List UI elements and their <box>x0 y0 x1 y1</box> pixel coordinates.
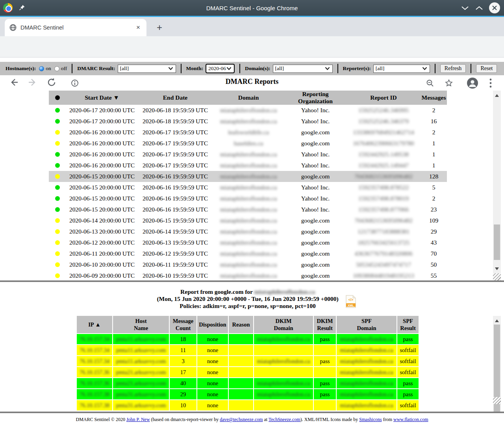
start-date-cell: 2020-06-15 20:00:00 UTC <box>66 171 138 182</box>
detail-column-header[interactable]: SPF Domain <box>337 316 397 333</box>
messages-cell: 1 <box>421 138 447 149</box>
domain-select[interactable]: [all] <box>273 65 333 73</box>
column-header[interactable]: Start Date ▼ <box>66 91 138 105</box>
window-maximize-button[interactable] <box>475 5 484 11</box>
new-tab-button[interactable]: + <box>154 22 165 33</box>
end-date-cell: 2020-06-15 19:59:59 UTC <box>138 215 213 226</box>
ip-cell: 76.10.157.38 <box>77 389 112 399</box>
report-row[interactable]: 2020-06-15 20:00:00 UTC2020-06-16 19:59:… <box>49 204 447 215</box>
start-date-cell: 2020-06-16 20:00:00 UTC <box>66 149 138 160</box>
scrollbar-thumb[interactable] <box>494 224 500 260</box>
status-cell <box>49 270 66 281</box>
end-date-cell: 2020-06-17 19:59:59 UTC <box>138 149 213 160</box>
detail-column-header[interactable]: SPF Result <box>397 316 419 333</box>
report-row[interactable]: 2020-06-11 20:00:00 UTC2020-06-12 19:59:… <box>49 248 447 259</box>
org-cell: google.com <box>284 237 346 248</box>
end-date-cell: 2020-06-14 19:59:59 UTC <box>138 226 213 237</box>
frame-resize-grip[interactable] <box>493 273 501 280</box>
column-header[interactable]: Messages <box>421 91 447 105</box>
hostname-off-radio[interactable] <box>54 66 59 71</box>
dkim-result-cell <box>314 400 336 410</box>
report-row[interactable]: 2020-06-17 20:00:00 UTC2020-06-18 19:59:… <box>49 116 447 127</box>
dmarc-result-select[interactable]: [all] <box>118 65 176 73</box>
tab-close-button[interactable]: × <box>135 24 142 32</box>
detail-heading-line2: (Mon, 15 Jun 2020 20:00:00 +0000 - Tue, … <box>0 295 495 302</box>
org-cell: google.com <box>284 215 346 226</box>
detail-column-header[interactable]: DKIM Domain <box>254 316 313 333</box>
messages-cell: 16 <box>421 116 447 127</box>
start-date-cell: 2020-06-15 20:00:00 UTC <box>66 204 138 215</box>
detail-column-header[interactable]: DKIM Result <box>314 316 336 333</box>
count-cell: 10 <box>170 400 196 410</box>
svg-text:XML: XML <box>348 304 354 307</box>
month-select[interactable]: 2020-06 <box>206 64 235 73</box>
reports-header-row: Start Date ▼End DateDomainReporting Orga… <box>49 91 447 105</box>
spf-result-cell: pass <box>397 334 419 344</box>
report-id-cell: 1592525246.346379 <box>346 116 421 127</box>
window-minimize-button[interactable] <box>461 5 469 11</box>
report-row[interactable]: 2020-06-15 20:00:00 UTC2020-06-16 19:59:… <box>49 193 447 204</box>
reason-cell <box>229 345 253 355</box>
column-header[interactable]: Report ID <box>346 91 421 105</box>
report-row[interactable]: 2020-06-16 20:00:00 UTC2020-06-17 19:59:… <box>49 127 447 138</box>
domain-cell: miataphileroflondon.ca <box>213 204 284 215</box>
report-id-cell: 1592357498.877066 <box>346 204 421 215</box>
scrollbar-up-button[interactable] <box>493 317 501 324</box>
report-row[interactable]: 2020-06-10 20:00:00 UTC2020-06-11 19:59:… <box>49 259 447 270</box>
reason-cell <box>229 356 253 366</box>
status-dot-yellow <box>55 141 60 146</box>
refresh-button[interactable]: Refresh <box>440 64 466 73</box>
report-row[interactable]: 2020-06-12 20:00:00 UTC2020-06-13 19:59:… <box>49 237 447 248</box>
report-row[interactable]: 2020-06-16 20:00:00 UTC2020-06-17 19:59:… <box>49 149 447 160</box>
report-row[interactable]: 2020-06-15 20:00:00 UTC2020-06-16 19:59:… <box>49 171 447 182</box>
host-cell: pmta11.arksavvy.com <box>113 356 169 366</box>
report-row[interactable]: 2020-06-17 20:00:00 UTC2020-06-18 19:59:… <box>49 105 447 116</box>
report-row[interactable]: 2020-06-13 20:00:00 UTC2020-06-14 19:59:… <box>49 226 447 237</box>
window-close-button[interactable] <box>489 2 500 13</box>
chevron-down-icon <box>168 67 173 70</box>
start-date-cell: 2020-06-15 20:00:00 UTC <box>66 182 138 193</box>
report-row[interactable]: 2020-06-14 20:00:00 UTC2020-06-15 19:59:… <box>49 215 447 226</box>
scrollbar-down-button[interactable] <box>493 265 501 272</box>
spf-result-cell: softfail <box>397 345 419 355</box>
hostname-on-radio[interactable] <box>39 66 44 71</box>
dkim-result-cell <box>314 367 336 377</box>
report-row[interactable]: 2020-06-15 20:00:00 UTC2020-06-16 19:59:… <box>49 182 447 193</box>
dkim-result-cell <box>314 345 336 355</box>
column-header[interactable]: End Date <box>138 91 213 105</box>
column-header[interactable]: Domain <box>213 91 284 105</box>
domain-cell: miataphileroflondon.ca <box>213 215 284 226</box>
report-row[interactable]: 2020-06-09 20:00:00 UTC2020-06-10 19:59:… <box>49 270 447 281</box>
footer-link[interactable]: John P. New <box>126 417 150 422</box>
detail-column-header[interactable]: Message Count <box>170 316 196 333</box>
detail-column-header[interactable]: Reason <box>229 316 253 333</box>
footer-link[interactable]: Smashicons <box>359 417 382 422</box>
detail-column-header[interactable]: Host Name <box>113 316 169 333</box>
footer-link[interactable]: dave@techsneeze.com <box>220 417 263 422</box>
column-header[interactable]: Reporting Organization <box>284 91 346 105</box>
dmarc-reports-table: Start Date ▼End DateDomainReporting Orga… <box>49 91 447 281</box>
scrollbar-up-button[interactable] <box>493 92 501 98</box>
domain-label: Domain(s): <box>245 65 271 72</box>
frame-divider[interactable] <box>0 412 504 413</box>
frame-resize-grip[interactable] <box>493 397 501 404</box>
status-cell <box>49 105 66 116</box>
report-row[interactable]: 2020-06-16 20:00:00 UTC2020-06-17 19:59:… <box>49 138 447 149</box>
start-date-cell: 2020-06-13 20:00:00 UTC <box>66 226 138 237</box>
detail-column-header[interactable]: Disposition <box>197 316 228 333</box>
ip-cell: 76.10.157.38 <box>77 400 112 410</box>
footer-link[interactable]: www.flaticon.com <box>393 417 428 422</box>
reporter-select[interactable]: [all] <box>373 65 430 73</box>
messages-cell: 2 <box>421 127 447 138</box>
reset-button[interactable]: Reset <box>476 64 497 73</box>
report-row[interactable]: 2020-06-16 20:00:00 UTC2020-06-17 19:59:… <box>49 160 447 171</box>
reports-scrollbar[interactable] <box>493 91 501 273</box>
detail-column-header[interactable]: IP ▲ <box>77 316 112 333</box>
xml-download-icon[interactable]: </> XML <box>346 295 356 308</box>
disposition-cell: none <box>197 400 228 410</box>
dkim-domain-cell <box>254 400 313 410</box>
browser-tab[interactable]: DMARC Sentinel × <box>5 19 146 36</box>
footer-link[interactable]: TechSneeze.com <box>269 417 300 422</box>
status-dot-green <box>55 119 60 124</box>
messages-cell: 23 <box>421 204 447 215</box>
